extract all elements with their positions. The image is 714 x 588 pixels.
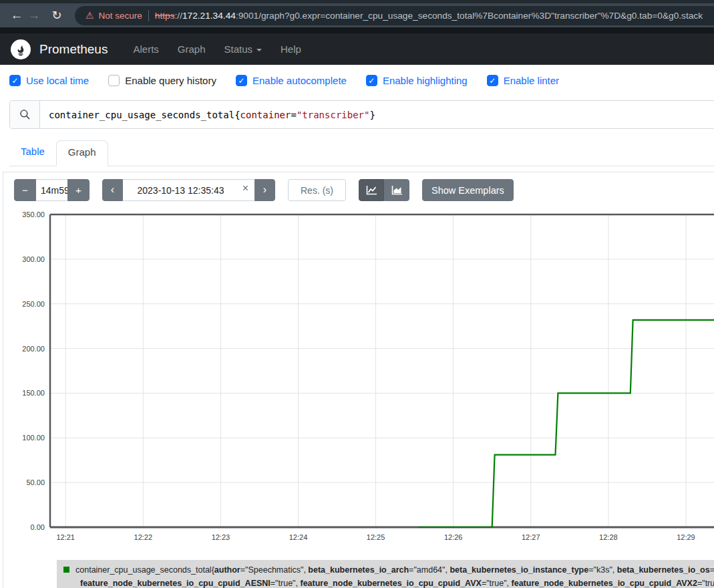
legend-text: ="linux", xyxy=(710,565,714,575)
option-checkbox-enable-query-history[interactable]: Enable query history xyxy=(108,75,216,86)
nav-item-help[interactable]: Help xyxy=(271,38,311,60)
legend-text: feature_node_kubernetes_io_cpu_cpuid_AVX xyxy=(300,579,481,588)
legend-text: ="true", xyxy=(697,579,714,588)
x-axis-tick-label: 12:26 xyxy=(439,533,468,541)
checkbox-checked-icon[interactable]: ✓ xyxy=(9,75,21,86)
series-line xyxy=(418,235,714,527)
graph-panel: − + ‹ × › xyxy=(3,172,714,588)
checkbox-checked-icon[interactable]: ✓ xyxy=(366,75,377,86)
legend-text: feature_node_kubernetes_io_cpu_cpuid_AES… xyxy=(80,579,271,588)
x-axis-tick-label: 12:24 xyxy=(283,533,313,541)
url-scheme: https xyxy=(155,11,175,21)
browser-toolbar-edge xyxy=(0,27,714,33)
legend-text: ="Speechmatics", xyxy=(240,565,309,575)
browser-forward-icon[interactable]: → xyxy=(25,8,43,23)
url-text[interactable]: https://172.21.34.44:9001/graph?g0.expr=… xyxy=(155,11,703,21)
option-label: Enable query history xyxy=(125,75,216,86)
url-host: 172.21.34.44 xyxy=(182,11,236,21)
legend-text: ="true", xyxy=(482,579,512,588)
promql-token-label: container xyxy=(240,110,291,120)
option-checkbox-use-local-time[interactable]: ✓Use local time xyxy=(9,75,89,86)
not-secure-warning-icon[interactable]: ⚠ xyxy=(85,10,94,21)
brand-title[interactable]: Prometheus xyxy=(39,42,108,57)
nav-items: Alerts Graph Status Help xyxy=(124,38,310,60)
prometheus-navbar: Prometheus Alerts Graph Status Help xyxy=(0,33,714,65)
legend-swatch-icon[interactable] xyxy=(63,567,69,573)
legend-text: container_cpu_usage_seconds_total{ xyxy=(75,565,214,575)
y-axis-tick-label: 50.00 xyxy=(10,478,45,486)
resolution-input[interactable] xyxy=(288,179,346,201)
checkbox-checked-icon[interactable]: ✓ xyxy=(487,75,498,86)
panel-tabs: Table Graph xyxy=(9,140,714,166)
option-label: Enable linter xyxy=(504,75,559,86)
stacked-chart-icon xyxy=(391,185,403,195)
tab-graph[interactable]: Graph xyxy=(56,140,108,166)
tab-table[interactable]: Table xyxy=(9,140,56,166)
nav-item-status[interactable]: Status xyxy=(215,38,272,60)
promql-token-plain: } xyxy=(369,110,375,120)
legend-text: beta_kubernetes_io_os xyxy=(617,565,710,575)
legend-text: ="amd64", xyxy=(409,565,450,575)
time-clear-icon[interactable]: × xyxy=(242,182,248,194)
query-expression-input[interactable]: container_cpu_usage_seconds_total{contai… xyxy=(40,101,714,128)
chevron-down-icon xyxy=(256,49,262,51)
x-axis-tick-label: 12:28 xyxy=(594,533,623,541)
y-axis-tick-label: 250.00 xyxy=(10,300,45,308)
time-back-button[interactable]: ‹ xyxy=(102,179,123,201)
stacked-chart-button[interactable] xyxy=(384,179,409,201)
x-axis-tick-label: 12:25 xyxy=(361,533,391,541)
time-forward-button[interactable]: › xyxy=(254,179,275,201)
x-axis-tick-label: 12:23 xyxy=(206,533,235,541)
range-group: − + xyxy=(14,179,90,201)
chart-canvas[interactable] xyxy=(10,208,714,542)
option-label: Use local time xyxy=(26,75,89,86)
legend-text: ="k3s", xyxy=(588,565,617,575)
y-axis-tick-label: 150.00 xyxy=(10,389,45,397)
nav-item-graph[interactable]: Graph xyxy=(168,38,215,60)
y-axis-tick-label: 100.00 xyxy=(10,434,45,442)
checkbox-checked-icon[interactable]: ✓ xyxy=(236,75,247,86)
line-chart-icon xyxy=(366,185,377,195)
time-input[interactable] xyxy=(123,179,254,201)
option-checkbox-enable-linter[interactable]: ✓Enable linter xyxy=(487,75,559,86)
url-separator: :// xyxy=(175,11,182,21)
address-divider xyxy=(148,10,149,21)
nav-item-alerts[interactable]: Alerts xyxy=(124,38,168,60)
address-bar[interactable]: ⚠ Not secure https://172.21.34.44:9001/g… xyxy=(75,6,714,25)
legend-text: author xyxy=(214,565,240,575)
y-axis-tick-label: 200.00 xyxy=(10,345,45,353)
url-path: :9001/graph?g0.expr=container_cpu_usage_… xyxy=(236,11,703,21)
legend-text: beta_kubernetes_io_arch xyxy=(308,565,409,575)
show-exemplars-button[interactable]: Show Exemplars xyxy=(422,179,514,201)
time-series-chart[interactable]: 0.0050.00100.00150.00200.00250.00300.003… xyxy=(10,208,714,542)
prometheus-logo-icon[interactable] xyxy=(11,39,31,59)
range-decrease-button[interactable]: − xyxy=(14,179,36,201)
browser-toolbar: ← → ↻ ⚠ Not secure https://172.21.34.44:… xyxy=(0,3,714,27)
graph-controls: − + ‹ × › xyxy=(14,179,714,201)
line-chart-button[interactable] xyxy=(359,179,384,201)
chart-legend-item[interactable]: container_cpu_usage_seconds_total{author… xyxy=(57,560,714,588)
x-axis-tick-label: 12:29 xyxy=(671,533,701,541)
checkbox-unchecked-icon[interactable] xyxy=(108,75,120,86)
time-input-wrap: × xyxy=(123,179,254,201)
query-execute-addon[interactable] xyxy=(10,101,40,128)
browser-reload-icon[interactable]: ↻ xyxy=(48,8,65,23)
promql-token-string: "transcriber" xyxy=(297,110,370,120)
legend-text: beta_kubernetes_io_instance_type xyxy=(450,565,588,575)
browser-back-icon[interactable]: ← xyxy=(8,8,25,23)
range-input[interactable] xyxy=(36,179,67,201)
option-checkbox-enable-highlighting[interactable]: ✓Enable highlighting xyxy=(366,75,468,86)
option-label: Enable autocomplete xyxy=(252,75,347,86)
legend-line: feature_node_kubernetes_io_cpu_cpuid_AES… xyxy=(63,577,714,588)
not-secure-label[interactable]: Not secure xyxy=(99,11,142,21)
prometheus-flame-icon xyxy=(13,42,28,57)
legend-text: ="true", xyxy=(271,579,301,588)
chart-type-group xyxy=(359,179,409,201)
legend-text: feature_node_kubernetes_io_cpu_cpuid_AVX… xyxy=(512,579,697,588)
option-checkbox-enable-autocomplete[interactable]: ✓Enable autocomplete xyxy=(236,75,347,86)
y-axis-tick-label: 0.00 xyxy=(10,523,45,531)
range-increase-button[interactable]: + xyxy=(67,179,90,201)
option-label: Enable highlighting xyxy=(383,75,468,86)
x-axis-tick-label: 12:21 xyxy=(51,533,80,541)
y-axis-tick-label: 350.00 xyxy=(10,210,45,218)
